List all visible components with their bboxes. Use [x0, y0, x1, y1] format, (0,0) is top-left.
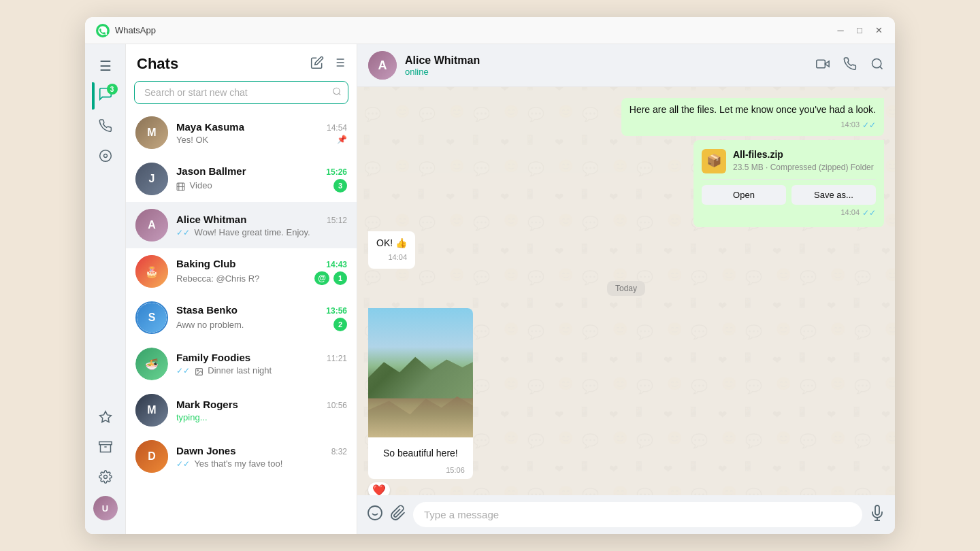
- chat-item-baking[interactable]: 🎂 Baking Club 14:43 Rebecca: @Chris R? @…: [126, 248, 357, 295]
- app-window: WhatsApp ─ □ ✕ ☰ 3: [85, 17, 895, 534]
- new-chat-icon[interactable]: [310, 56, 324, 73]
- svg-rect-27: [817, 60, 826, 68]
- chat-area: 💬 ❤ 📱 😊 A Alice Whitman online: [357, 44, 895, 534]
- search-chat-btn[interactable]: [870, 57, 884, 74]
- chat-header: A Alice Whitman online: [357, 44, 895, 87]
- save-file-btn[interactable]: Save as...: [791, 185, 876, 205]
- voice-call-btn[interactable]: [843, 57, 857, 74]
- minimize-btn[interactable]: ─: [835, 25, 846, 36]
- chat-item-dawn[interactable]: D Dawn Jones 8:32 ✓✓ Yes that's my fave …: [126, 433, 357, 480]
- chat-time-jason: 15:26: [326, 167, 347, 177]
- file-icon-2: 📦: [702, 149, 726, 173]
- chat-item-jason[interactable]: J Jason Ballmer 15:26 Video 3: [126, 156, 357, 202]
- chat-item-mark[interactable]: M Mark Rogers 10:56 typing...: [126, 387, 357, 433]
- nav-settings[interactable]: [92, 463, 119, 490]
- chat-header-actions: [816, 57, 884, 74]
- header-icons: [310, 56, 346, 73]
- chat-info-dawn: Dawn Jones 8:32 ✓✓ Yes that's my fave to…: [176, 445, 347, 469]
- chat-list-panel: Chats: [126, 44, 357, 534]
- chat-preview-mark: typing...: [176, 412, 347, 422]
- avatar-alice: A: [135, 209, 168, 241]
- contact-name: Alice Whitman: [405, 54, 816, 67]
- bubble-meta-4: 15:06: [376, 465, 465, 475]
- chat-item-family[interactable]: 🍜 Family Foodies 11:21 ✓✓ Dinner last ni…: [126, 341, 357, 387]
- bubble-text-3: OK! 👍: [376, 237, 407, 250]
- avatar-mark: M: [135, 394, 168, 427]
- nav-menu[interactable]: ☰: [92, 52, 119, 80]
- chat-preview-stasa: Aww no problem.: [176, 320, 329, 330]
- read-receipt-1: ✓✓: [862, 120, 876, 131]
- message-input-bar: [357, 495, 895, 534]
- search-bar: [134, 81, 348, 104]
- user-avatar[interactable]: U: [93, 496, 118, 520]
- date-divider-today: Today: [368, 281, 884, 296]
- search-submit-icon[interactable]: [332, 87, 342, 99]
- emoji-btn[interactable]: [367, 505, 383, 525]
- chat-time-maya: 14:54: [327, 123, 347, 133]
- nav-archive[interactable]: [92, 433, 119, 461]
- chat-item-stasa[interactable]: S Stasa Benko 13:56 Aww no problem. 2: [126, 295, 357, 341]
- chat-header-avatar[interactable]: A: [368, 51, 397, 80]
- chat-info-baking: Baking Club 14:43 Rebecca: @Chris R? @ 1: [176, 258, 347, 285]
- chat-info-alice: Alice Whitman 15:12 ✓✓ Wow! Have great t…: [176, 214, 347, 237]
- svg-rect-4: [99, 442, 111, 445]
- chat-preview-alice: ✓✓ Wow! Have great time. Enjoy.: [176, 227, 347, 237]
- chat-info-mark: Mark Rogers 10:56 typing...: [176, 399, 347, 422]
- video-call-btn[interactable]: [816, 57, 830, 74]
- svg-point-30: [368, 506, 382, 520]
- chat-name-alice: Alice Whitman: [176, 214, 246, 225]
- message-input[interactable]: [413, 502, 862, 527]
- chat-preview-jason: Video: [176, 180, 329, 190]
- chat-time-mark: 10:56: [327, 401, 347, 410]
- chat-info-maya: Maya Kasuma 14:54 Yes! OK 📌: [176, 121, 347, 145]
- search-input[interactable]: [134, 81, 348, 104]
- chat-item-maya[interactable]: M Maya Kasuma 14:54 Yes! OK 📌: [126, 110, 357, 156]
- avatar-family: 🍜: [135, 348, 168, 380]
- filter-icon[interactable]: [332, 56, 346, 73]
- chat-time-stasa: 13:56: [326, 306, 347, 316]
- double-check-family: ✓✓: [176, 366, 190, 375]
- chats-badge: 3: [107, 84, 118, 95]
- close-btn[interactable]: ✕: [873, 25, 884, 36]
- svg-point-1: [99, 150, 111, 162]
- nav-phone[interactable]: [92, 112, 119, 139]
- chat-item-alice[interactable]: A Alice Whitman 15:12 ✓✓ Wow! Have great…: [126, 202, 357, 248]
- svg-point-2: [103, 154, 107, 158]
- open-file-btn[interactable]: Open: [702, 185, 786, 205]
- chat-header-info: Alice Whitman online: [405, 54, 816, 77]
- message-4: So beautiful here! 15:06 ❤️: [368, 308, 884, 495]
- chat-name-jason: Jason Ballmer: [176, 165, 246, 177]
- chat-preview-baking: Rebecca: @Chris R?: [176, 273, 310, 284]
- bubble-time-4: 15:06: [446, 465, 465, 475]
- chat-name-mark: Mark Rogers: [176, 399, 238, 410]
- sidebar-nav: ☰ 3: [85, 44, 126, 534]
- chat-name-dawn: Dawn Jones: [176, 445, 236, 456]
- pin-icon-maya: 📌: [337, 135, 347, 144]
- count-baking: 1: [333, 271, 347, 285]
- nav-status[interactable]: [92, 142, 119, 169]
- bubble-time-2: 14:04: [840, 207, 860, 218]
- messages-area[interactable]: Here are all the files. Let me know once…: [357, 87, 895, 495]
- window-controls: ─ □ ✕: [835, 25, 884, 36]
- maximize-btn[interactable]: □: [854, 25, 865, 36]
- reaction-heart[interactable]: ❤️: [368, 482, 390, 495]
- nav-chats[interactable]: 3: [92, 82, 119, 110]
- file-size-2: 23.5 MB · Compressed (zipped) Folder: [733, 162, 876, 173]
- voice-message-btn[interactable]: [869, 505, 885, 525]
- mountain-image: [368, 308, 473, 437]
- avatar-jason: J: [135, 163, 168, 195]
- image-caption-area: So beautiful here! 15:06: [368, 437, 473, 479]
- read-receipt-2: ✓✓: [862, 207, 876, 219]
- chats-title: Chats: [137, 55, 178, 73]
- nav-starred[interactable]: [92, 403, 119, 431]
- file-name-2: All-files.zip: [733, 148, 876, 162]
- attach-btn[interactable]: [390, 505, 406, 525]
- date-label: Today: [607, 281, 645, 296]
- badge-jason: 3: [333, 179, 347, 193]
- chat-preview-family: ✓✓ Dinner last night: [176, 365, 347, 375]
- avatar-dawn: D: [135, 440, 168, 473]
- bubble-time-1: 14:03: [840, 120, 860, 130]
- bubble-4: So beautiful here! 15:06: [368, 308, 473, 479]
- chat-info-jason: Jason Ballmer 15:26 Video 3: [176, 165, 347, 193]
- main-content: ☰ 3: [85, 44, 895, 534]
